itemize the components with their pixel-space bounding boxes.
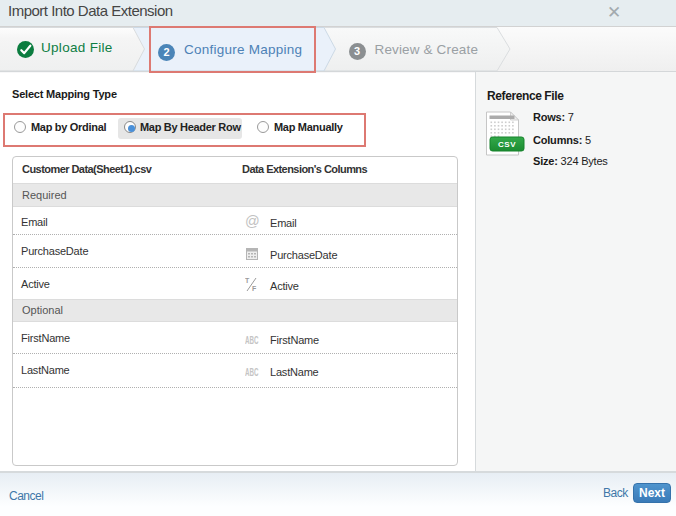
svg-text:CSV: CSV — [498, 140, 516, 149]
svg-text:T: T — [245, 277, 250, 284]
svg-text:ABC: ABC — [245, 335, 259, 345]
svg-text:ABC: ABC — [245, 367, 259, 377]
svg-text:F: F — [252, 285, 257, 292]
